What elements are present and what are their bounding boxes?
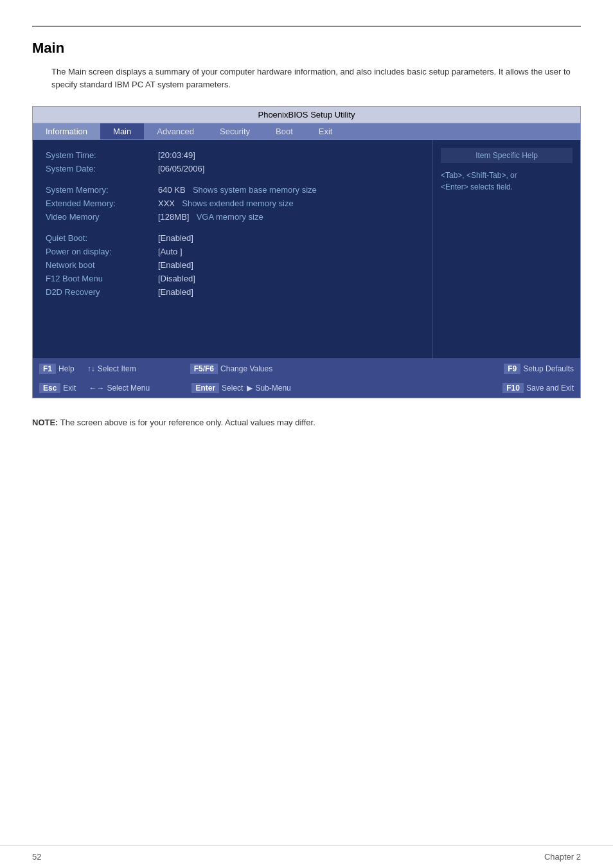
key-esc: Esc xyxy=(39,383,60,393)
bios-footer: F1 Help ↑↓ Select Item F5/F6 Change Valu… xyxy=(33,359,580,398)
row-d2d-recovery: D2D Recovery [Enabled] xyxy=(46,287,420,297)
page-description: The Main screen displays a summary of yo… xyxy=(51,66,581,91)
row-extended-memory: Extended Memory: XXX Shows extended memo… xyxy=(46,199,420,208)
value-system-time[interactable]: [20:03:49] xyxy=(158,150,195,160)
chapter-label: Chapter 2 xyxy=(544,852,581,862)
desc-esc: Exit xyxy=(63,384,76,393)
label-network-boot: Network boot xyxy=(46,260,158,270)
desc-sub-menu: Sub-Menu xyxy=(255,384,290,393)
desc-video-memory: VGA memory size xyxy=(191,212,263,222)
bios-main-panel: System Time: [20:03:49] System Date: [06… xyxy=(33,140,432,359)
row-network-boot: Network boot [Enabled] xyxy=(46,260,420,270)
footer-enter-area: Enter Select ▶ Sub-Menu xyxy=(185,381,496,395)
row-system-time: System Time: [20:03:49] xyxy=(46,150,420,160)
top-divider xyxy=(32,26,581,27)
bios-nav-bar: Information Main Advanced Security Boot … xyxy=(33,123,580,140)
value-system-memory: 640 KB xyxy=(158,185,186,195)
note-text: NOTE: The screen above is for your refer… xyxy=(32,418,581,427)
footer-row-1: F1 Help ↑↓ Select Item F5/F6 Change Valu… xyxy=(33,359,580,378)
page-number: 52 xyxy=(32,852,41,862)
value-quiet-boot[interactable]: [Enabled] xyxy=(158,233,193,243)
label-video-memory: Video Memory xyxy=(46,212,158,222)
nav-security[interactable]: Security xyxy=(207,123,263,139)
desc-change-values: Change Values xyxy=(220,364,272,373)
desc-setup-defaults: Setup Defaults xyxy=(523,364,574,373)
nav-main[interactable]: Main xyxy=(100,123,144,139)
footer-row-2: Esc Exit ←→ Select Menu Enter Select ▶ S… xyxy=(33,378,580,398)
key-f1: F1 xyxy=(39,364,56,374)
desc-select-menu: Select Menu xyxy=(107,384,150,393)
label-system-time: System Time: xyxy=(46,150,158,160)
footer-f10-area: F10 Save and Exit xyxy=(496,381,580,395)
row-system-date: System Date: [06/05/2006] xyxy=(46,164,420,173)
value-power-on-display[interactable]: [Auto ] xyxy=(158,247,182,256)
label-extended-memory: Extended Memory: xyxy=(46,199,158,208)
desc-select-item: Select Item xyxy=(98,364,136,373)
arrows-updown: ↑↓ xyxy=(87,364,95,373)
row-power-on-display: Power on display: [Auto ] xyxy=(46,247,420,256)
footer-arrows-select-item: ↑↓ Select Item xyxy=(81,362,184,376)
bios-setup-box: PhoenixBIOS Setup Utility Information Ma… xyxy=(32,106,581,398)
bios-title-bar: PhoenixBIOS Setup Utility xyxy=(33,107,580,123)
spacer-2 xyxy=(46,226,420,233)
footer-arrows-select-menu: ←→ Select Menu xyxy=(82,381,185,395)
row-quiet-boot: Quiet Boot: [Enabled] xyxy=(46,233,420,243)
help-content: <Tab>, <Shift-Tab>, or <Enter> selects f… xyxy=(441,170,573,193)
label-f12-boot-menu: F12 Boot Menu xyxy=(46,274,158,283)
row-f12-boot-menu: F12 Boot Menu [Disabled] xyxy=(46,274,420,283)
spacer-1 xyxy=(46,177,420,185)
footer-esc-key-area: Esc Exit xyxy=(33,381,82,395)
label-system-memory: System Memory: xyxy=(46,185,158,195)
key-f10: F10 xyxy=(502,383,524,393)
footer-f9-area: F9 Setup Defaults xyxy=(497,362,580,376)
value-system-date[interactable]: [06/05/2006] xyxy=(158,164,204,173)
row-video-memory: Video Memory [128MB] VGA memory size xyxy=(46,212,420,222)
label-quiet-boot: Quiet Boot: xyxy=(46,233,158,243)
note-content: The screen above is for your reference o… xyxy=(60,418,315,427)
row-system-memory: System Memory: 640 KB Shows system base … xyxy=(46,185,420,195)
desc-extended-memory: Shows extended memory size xyxy=(177,199,294,208)
triangle-icon: ▶ xyxy=(247,384,253,393)
label-power-on-display: Power on display: xyxy=(46,247,158,256)
help-title: Item Specific Help xyxy=(441,148,573,163)
nav-advanced[interactable]: Advanced xyxy=(144,123,207,139)
arrows-leftright: ←→ xyxy=(89,384,104,393)
label-system-date: System Date: xyxy=(46,164,158,173)
value-network-boot[interactable]: [Enabled] xyxy=(158,260,193,270)
value-d2d-recovery[interactable]: [Enabled] xyxy=(158,287,193,297)
label-d2d-recovery: D2D Recovery xyxy=(46,287,158,297)
value-extended-memory: XXX xyxy=(158,199,175,208)
bios-content-area: System Time: [20:03:49] System Date: [06… xyxy=(33,140,580,359)
value-f12-boot-menu[interactable]: [Disabled] xyxy=(158,274,195,283)
footer-f5f6-area: F5/F6 Change Values xyxy=(184,362,498,376)
desc-select: Select xyxy=(222,384,243,393)
value-video-memory: [128MB] xyxy=(158,212,189,222)
key-enter: Enter xyxy=(191,383,219,393)
desc-f1: Help xyxy=(58,364,75,373)
key-f9: F9 xyxy=(504,364,520,374)
desc-save-exit: Save and Exit xyxy=(526,384,574,393)
page-title: Main xyxy=(32,40,581,57)
nav-boot[interactable]: Boot xyxy=(263,123,306,139)
bios-right-panel: Item Specific Help <Tab>, <Shift-Tab>, o… xyxy=(432,140,580,359)
page-container: Main The Main screen displays a summary … xyxy=(0,0,613,453)
bottom-bar: 52 Chapter 2 xyxy=(0,845,613,868)
key-f5f6: F5/F6 xyxy=(190,364,218,374)
footer-f1-key-area: F1 Help xyxy=(33,362,81,376)
nav-exit[interactable]: Exit xyxy=(306,123,346,139)
note-bold: NOTE: xyxy=(32,418,58,427)
nav-information[interactable]: Information xyxy=(33,123,100,139)
desc-system-memory: Shows system base memory size xyxy=(188,185,317,195)
